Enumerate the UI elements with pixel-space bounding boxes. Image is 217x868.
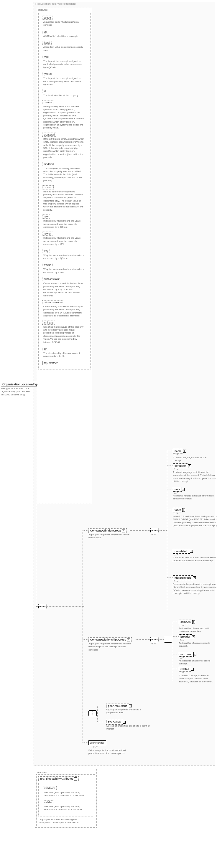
choice-connector (164, 637, 172, 643)
any-other-element: any ##other (88, 740, 106, 745)
attribute-desc: If the attribute is empty, specifies whi… (43, 137, 85, 159)
connector (173, 622, 173, 681)
how-attribute: how (42, 215, 50, 219)
element-name: POIDetails (108, 721, 121, 724)
concept-definition-group: ConceptDefinitionGroup + (88, 528, 127, 533)
element-desc: A related concept, where the relationshi… (179, 674, 214, 683)
connector (97, 706, 98, 722)
pubconstrainturi-attribute: pubconstrainturi (42, 300, 64, 304)
connector (135, 639, 150, 640)
sequence-connector (150, 637, 159, 642)
whyuri-attribute: whyuri (42, 263, 53, 267)
attribute-desc: One or many constraints that apply to pu… (43, 305, 85, 318)
group-desc: A group of attributes expressing the tim… (39, 818, 81, 825)
element-desc: A natural language definition of the sem… (173, 471, 217, 483)
element-desc: An identifier of a concept with equivale… (179, 627, 214, 633)
concept-relationships-group: ConceptRelationshipsGroup + (88, 637, 132, 642)
element-desc: An identifier of a more generic concept. (179, 642, 214, 648)
connector (167, 578, 173, 578)
group-name: grp: timeValidityAttributes (40, 777, 73, 780)
occurrence: 0..∞ (174, 580, 178, 583)
xml:lang-attribute: xml:lang (42, 320, 55, 325)
connector (158, 530, 167, 531)
sequence-connector (38, 604, 46, 609)
attribute-desc: The date (and, optionally, the time) bef… (44, 791, 85, 797)
connector (130, 530, 150, 531)
howuri-attribute: howuri (42, 231, 53, 236)
connector (83, 713, 88, 713)
element-name: geoAreaDetails (108, 705, 127, 707)
occurrence: 0..∞ (174, 492, 178, 494)
occurrence: 0..∞ (180, 624, 184, 627)
poi-details-element: POIDetails (106, 720, 123, 724)
attribute-desc: The date (and, optionally, the time) aft… (44, 805, 85, 811)
element-desc: In NAR 1.8 and later, facet is deprecate… (173, 515, 217, 527)
time-validity-attributes-container: attributes grp: timeValidityAttributes –… (35, 769, 97, 828)
group-name: ConceptDefinitionGroup (90, 529, 121, 532)
attributes-label: attributes (37, 8, 92, 12)
attributes-container: attributes qcodeA qualified code which i… (37, 8, 92, 503)
any-other-desc: Extension point for provider-defined pro… (88, 749, 133, 755)
connector (173, 637, 179, 637)
group-desc: A group of properties required to define… (88, 533, 133, 539)
occurrence: 0..∞ (152, 642, 156, 645)
occurrence: 0..∞ (174, 453, 178, 456)
narrower-element: narrower (179, 652, 194, 657)
element-desc: Represents the position of a concept in … (173, 583, 217, 595)
hierarchyInfo-element: hierarchyInfo (173, 576, 193, 580)
attribute-desc: A qualified code which identifies a conc… (43, 21, 85, 27)
creatoruri-attribute: creatoruri (42, 132, 56, 137)
connector (97, 706, 106, 706)
type-attribute: type (42, 55, 50, 59)
attribute-desc: Indicates by which means the value was e… (43, 219, 85, 229)
connector (83, 530, 83, 743)
connector (173, 622, 179, 622)
choice-connector (88, 710, 97, 716)
element-desc: Additional natural language information … (173, 494, 214, 501)
name-element: name (173, 449, 183, 454)
attributes-list: qcodeA qualified code which identifies a… (38, 13, 91, 370)
time-validity-group: grp: timeValidityAttributes – (38, 776, 79, 781)
connector (158, 639, 164, 640)
id-attribute: id (42, 89, 47, 93)
geo-area-details-element: geoAreaDetails (106, 704, 129, 708)
typeuri-attribute: typeuri (42, 72, 53, 76)
occurrence: 0..∞ (174, 512, 178, 515)
attribute-desc: The type of the concept assigned as cont… (43, 77, 85, 86)
facet-element: facet (173, 508, 183, 513)
validto-attribute: validto (43, 800, 53, 804)
group-desc: A group of properties required to indica… (88, 642, 135, 651)
literal-attribute: literal (42, 41, 52, 45)
attribute-desc: A URI which identifies a concept. (43, 35, 85, 38)
any-other-attribute: any ##other (42, 361, 59, 365)
attribute-desc: The local identifier of the property. (43, 94, 85, 97)
connector (173, 669, 179, 669)
connector (167, 551, 173, 551)
uri-attribute: uri (42, 30, 48, 34)
attribute-desc: Why the metadata has been included - exp… (43, 268, 85, 274)
occurrence: 0..∞ (180, 656, 184, 659)
connector (32, 384, 38, 384)
element-desc: A link to an item or a web resource whic… (173, 556, 217, 562)
attribute-desc: If the property value is not defined, sp… (43, 105, 85, 130)
remoteInfo-element: remoteInfo (173, 549, 190, 554)
occurrence: 0..∞ (93, 745, 98, 748)
occurrence: 0..∞ (180, 671, 184, 674)
occurrence: 0..∞ (174, 468, 178, 470)
attribute-desc: The type of the concept assigned as cont… (43, 60, 85, 69)
connector (173, 654, 179, 654)
element-desc: A group of properties specific to a geop… (106, 708, 150, 714)
connector (167, 510, 173, 510)
connector (36, 504, 36, 607)
attribute-desc: If set to true the corresponding propert… (43, 190, 85, 212)
element-desc: A natural language name for the concept. (173, 456, 211, 462)
attribute-desc: The directionality of textual content (e… (43, 352, 85, 358)
related-element: related (179, 667, 191, 672)
attribute-desc: One or many constraints that apply to pu… (43, 282, 85, 297)
creator-attribute: creator (42, 100, 53, 104)
connector (83, 530, 88, 531)
root-type-desc: The type for a location of an organisati… (1, 387, 32, 396)
connector (167, 451, 173, 451)
why-attribute: why (42, 249, 50, 253)
occurrence: 0..∞ (174, 553, 178, 556)
